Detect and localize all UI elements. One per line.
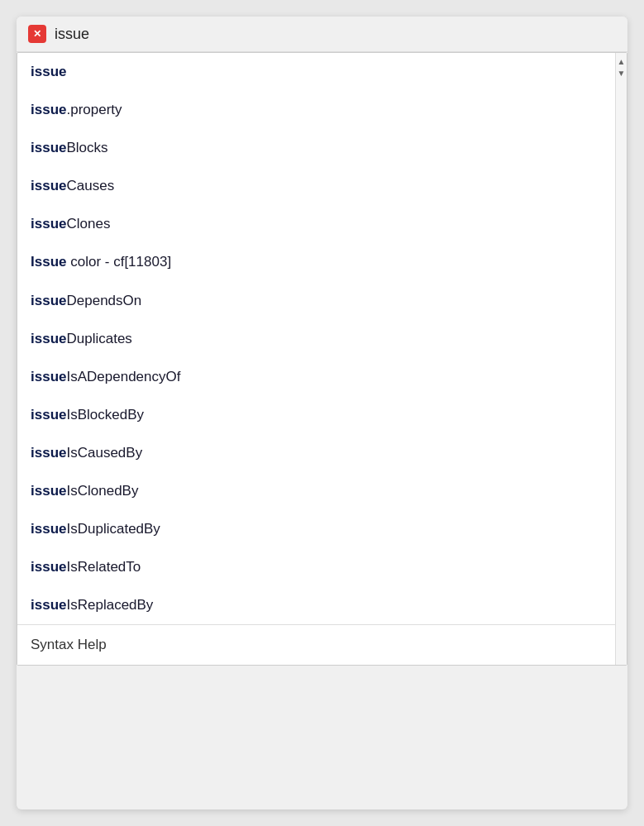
list-item[interactable]: Issue color - cf[11803] — [17, 243, 627, 281]
list-item[interactable]: issueIsCausedBy — [17, 434, 627, 472]
list-item[interactable]: issueIsRelatedTo — [17, 548, 627, 586]
list-item[interactable]: issueDependsOn — [17, 282, 627, 320]
list-item[interactable]: issueClones — [17, 205, 627, 243]
search-bar: issue — [17, 17, 627, 52]
item-bold-part: issue — [31, 102, 66, 117]
item-rest-part: IsDuplicatedBy — [66, 521, 160, 537]
item-rest-part: Causes — [66, 178, 114, 193]
item-bold-part: issue — [31, 521, 66, 537]
item-bold-part: issue — [31, 178, 66, 193]
item-bold-part: issue — [31, 407, 66, 423]
scroll-down-icon[interactable]: ▼ — [618, 68, 626, 79]
item-rest-part: IsBlockedBy — [66, 407, 144, 423]
item-rest-part: Blocks — [66, 140, 107, 155]
item-bold-part: issue — [31, 216, 66, 232]
scroll-up-icon[interactable]: ▲ — [618, 56, 626, 68]
item-rest-part: IsReplacedBy — [66, 597, 153, 613]
list-item[interactable]: issue — [17, 53, 627, 91]
item-bold-part: issue — [31, 64, 66, 79]
item-rest-part: IsClonedBy — [66, 483, 138, 499]
item-bold-part: issue — [31, 559, 66, 575]
item-rest-part: Clones — [66, 216, 110, 232]
list-item[interactable]: issueIsClonedBy — [17, 472, 627, 510]
list-item[interactable]: issueBlocks — [17, 129, 627, 167]
search-container: issue ▲ ▼ issueissue.propertyissueBlocks… — [17, 17, 627, 809]
item-bold-part: issue — [31, 483, 66, 499]
clear-button[interactable] — [28, 25, 46, 43]
item-rest-part: color - cf[11803] — [66, 254, 171, 270]
list-item[interactable]: issueIsADependencyOf — [17, 358, 627, 396]
list-item[interactable]: issue.property — [17, 91, 627, 129]
item-bold-part: issue — [31, 331, 66, 346]
list-item[interactable]: issueDuplicates — [17, 320, 627, 358]
scrollbar[interactable]: ▲ ▼ — [615, 53, 627, 665]
dropdown-list: issueissue.propertyissueBlocksissueCause… — [17, 53, 627, 624]
item-rest-part: IsCausedBy — [66, 445, 142, 461]
list-item[interactable]: issueIsBlockedBy — [17, 396, 627, 434]
item-bold-part: issue — [31, 293, 66, 308]
list-item[interactable]: issueCauses — [17, 167, 627, 205]
item-rest-part: DependsOn — [66, 293, 141, 308]
item-bold-part: issue — [31, 140, 66, 155]
item-rest-part: Duplicates — [66, 331, 131, 346]
item-bold-part: issue — [31, 369, 66, 384]
item-bold-part: Issue — [31, 254, 66, 270]
dropdown-wrapper: ▲ ▼ issueissue.propertyissueBlocksissueC… — [17, 52, 627, 666]
item-rest-part: IsADependencyOf — [66, 369, 180, 384]
list-item[interactable]: issueIsReplacedBy — [17, 586, 627, 624]
search-text: issue — [55, 26, 89, 43]
syntax-help-label: Syntax Help — [31, 637, 107, 652]
syntax-help-item[interactable]: Syntax Help — [17, 624, 627, 665]
item-bold-part: issue — [31, 445, 66, 461]
item-rest-part: IsRelatedTo — [66, 559, 141, 575]
item-bold-part: issue — [31, 597, 66, 613]
list-item[interactable]: issueIsDuplicatedBy — [17, 510, 627, 548]
item-rest-part: .property — [66, 102, 122, 117]
